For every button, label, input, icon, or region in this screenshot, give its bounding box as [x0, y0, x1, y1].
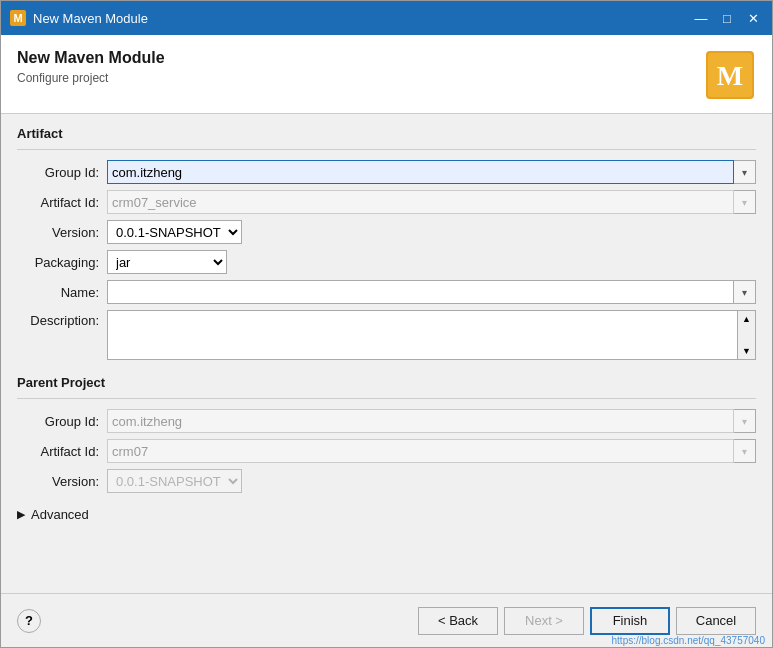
- content-area: New Maven Module Configure project M Art…: [1, 35, 772, 647]
- version-row: Version: 0.0.1-SNAPSHOT 1.0.0 1.0.0-SNAP…: [17, 220, 756, 244]
- advanced-label: Advanced: [31, 507, 89, 522]
- packaging-label: Packaging:: [17, 255, 107, 270]
- parent-project-section: Parent Project Group Id: ▾ Artifact Id: …: [17, 375, 756, 493]
- header-section: New Maven Module Configure project M: [1, 35, 772, 114]
- help-button[interactable]: ?: [17, 609, 41, 633]
- form-section: Artifact Group Id: ▾ Artifact Id: ▾: [1, 114, 772, 593]
- finish-button[interactable]: Finish: [590, 607, 670, 635]
- header-text: New Maven Module Configure project: [17, 49, 165, 85]
- group-id-label: Group Id:: [17, 165, 107, 180]
- window-controls: — □ ✕: [690, 7, 764, 29]
- parent-group-id-wrapper: ▾: [107, 409, 756, 433]
- cancel-button[interactable]: Cancel: [676, 607, 756, 635]
- version-select[interactable]: 0.0.1-SNAPSHOT 1.0.0 1.0.0-SNAPSHOT: [107, 220, 242, 244]
- svg-text:M: M: [13, 12, 22, 24]
- version-label: Version:: [17, 225, 107, 240]
- description-scrollbar: ▲ ▼: [738, 310, 756, 360]
- name-input[interactable]: [107, 280, 734, 304]
- footer-left: ?: [17, 609, 41, 633]
- group-id-dropdown-btn[interactable]: ▾: [734, 160, 756, 184]
- next-button[interactable]: Next >: [504, 607, 584, 635]
- parent-artifact-id-label: Artifact Id:: [17, 444, 107, 459]
- footer-right: < Back Next > Finish Cancel: [418, 607, 756, 635]
- window-icon: M: [9, 9, 27, 27]
- scroll-down-btn[interactable]: ▼: [738, 343, 755, 359]
- maven-logo-icon: M: [704, 49, 756, 101]
- parent-artifact-id-wrapper: ▾: [107, 439, 756, 463]
- title-bar: M New Maven Module — □ ✕: [1, 1, 772, 35]
- advanced-toggle[interactable]: ▶ Advanced: [17, 503, 756, 526]
- back-button[interactable]: < Back: [418, 607, 498, 635]
- parent-artifact-id-input[interactable]: [107, 439, 734, 463]
- name-row: Name: ▾: [17, 280, 756, 304]
- artifact-divider: [17, 149, 756, 150]
- description-row: Description: ▲ ▼: [17, 310, 756, 363]
- parent-group-id-dropdown-btn[interactable]: ▾: [734, 409, 756, 433]
- dialog-subtitle: Configure project: [17, 71, 165, 85]
- advanced-section: ▶ Advanced: [17, 503, 756, 526]
- packaging-select-wrapper: jar war pom ear: [107, 250, 227, 274]
- artifact-id-row: Artifact Id: ▾: [17, 190, 756, 214]
- packaging-select[interactable]: jar war pom ear: [107, 250, 227, 274]
- artifact-id-label: Artifact Id:: [17, 195, 107, 210]
- parent-section-label: Parent Project: [17, 375, 756, 390]
- minimize-button[interactable]: —: [690, 7, 712, 29]
- parent-divider: [17, 398, 756, 399]
- window-title: New Maven Module: [33, 11, 690, 26]
- advanced-arrow-icon: ▶: [17, 508, 25, 521]
- description-input[interactable]: [107, 310, 738, 360]
- parent-artifact-id-dropdown-btn[interactable]: ▾: [734, 439, 756, 463]
- parent-version-label: Version:: [17, 474, 107, 489]
- watermark: https://blog.csdn.net/qq_43757040: [612, 635, 765, 646]
- parent-group-id-row: Group Id: ▾: [17, 409, 756, 433]
- parent-version-select[interactable]: 0.0.1-SNAPSHOT: [107, 469, 242, 493]
- name-dropdown-btn[interactable]: ▾: [734, 280, 756, 304]
- dialog-window: M New Maven Module — □ ✕ New Maven Modul…: [0, 0, 773, 648]
- artifact-id-field-wrapper: ▾: [107, 190, 756, 214]
- svg-text:M: M: [717, 60, 743, 91]
- description-label: Description:: [17, 310, 107, 328]
- parent-version-wrapper: 0.0.1-SNAPSHOT: [107, 469, 242, 493]
- parent-group-id-input[interactable]: [107, 409, 734, 433]
- close-button[interactable]: ✕: [742, 7, 764, 29]
- scroll-up-btn[interactable]: ▲: [738, 311, 755, 327]
- artifact-section-label: Artifact: [17, 126, 756, 141]
- maximize-button[interactable]: □: [716, 7, 738, 29]
- parent-version-row: Version: 0.0.1-SNAPSHOT: [17, 469, 756, 493]
- version-select-wrapper: 0.0.1-SNAPSHOT 1.0.0 1.0.0-SNAPSHOT: [107, 220, 242, 244]
- packaging-row: Packaging: jar war pom ear: [17, 250, 756, 274]
- description-wrapper: ▲ ▼: [107, 310, 756, 363]
- group-id-row: Group Id: ▾: [17, 160, 756, 184]
- dialog-title: New Maven Module: [17, 49, 165, 67]
- name-field-wrapper: ▾: [107, 280, 756, 304]
- group-id-field-wrapper: ▾: [107, 160, 756, 184]
- name-label: Name:: [17, 285, 107, 300]
- artifact-id-input[interactable]: [107, 190, 734, 214]
- parent-group-id-label: Group Id:: [17, 414, 107, 429]
- group-id-input[interactable]: [107, 160, 734, 184]
- parent-artifact-id-row: Artifact Id: ▾: [17, 439, 756, 463]
- artifact-id-dropdown-btn[interactable]: ▾: [734, 190, 756, 214]
